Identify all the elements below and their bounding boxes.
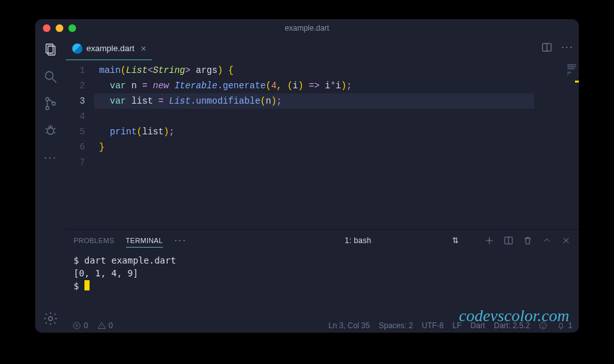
line-numbers: 1234567: [66, 63, 94, 226]
close-window-button[interactable]: [43, 24, 51, 32]
status-lang[interactable]: Dart: [471, 321, 485, 330]
new-terminal-icon[interactable]: [484, 235, 494, 246]
more-icon[interactable]: ···: [43, 150, 58, 165]
svg-rect-1: [48, 46, 55, 55]
close-tab-icon[interactable]: ×: [141, 44, 146, 54]
search-icon[interactable]: [43, 69, 58, 84]
window-title: example.dart: [35, 24, 579, 33]
status-spaces[interactable]: Spaces: 2: [379, 321, 413, 330]
kill-terminal-icon[interactable]: [523, 235, 533, 246]
svg-line-12: [54, 132, 56, 133]
minimap[interactable]: ████ ███ ████ █ ███ ████ ███ ███████: [534, 60, 579, 229]
svg-point-2: [45, 72, 53, 79]
source-control-icon[interactable]: [43, 96, 58, 111]
code-content: main(List<String> args) { var n = new It…: [94, 63, 534, 226]
svg-rect-0: [46, 44, 53, 53]
settings-gear-icon[interactable]: [43, 311, 58, 326]
titlebar: example.dart: [35, 19, 579, 37]
close-panel-icon[interactable]: [561, 235, 571, 246]
svg-point-30: [542, 325, 542, 326]
minimize-window-button[interactable]: [56, 24, 63, 32]
svg-line-13: [49, 126, 49, 128]
split-editor-icon[interactable]: [541, 42, 553, 56]
svg-point-7: [47, 128, 54, 134]
tab-problems[interactable]: PROBLEMS: [74, 234, 114, 247]
status-feedback-icon[interactable]: [539, 321, 547, 330]
maximize-panel-icon[interactable]: [542, 235, 552, 246]
status-lncol[interactable]: Ln 3, Col 35: [329, 321, 370, 330]
status-warnings[interactable]: 0: [97, 321, 113, 330]
status-errors[interactable]: 0: [72, 321, 88, 330]
svg-line-10: [54, 128, 56, 129]
status-eol[interactable]: LF: [453, 321, 462, 330]
debug-icon[interactable]: [43, 123, 58, 138]
editor-tabs: example.dart × ···: [66, 37, 579, 60]
svg-point-5: [46, 107, 49, 110]
status-notifications[interactable]: 1: [556, 321, 572, 330]
explorer-icon[interactable]: [43, 42, 58, 58]
svg-line-11: [45, 132, 47, 133]
panel-more-icon[interactable]: ···: [175, 235, 187, 246]
status-encoding[interactable]: UTF-8: [422, 321, 444, 330]
tab-example-dart[interactable]: example.dart ×: [66, 37, 152, 60]
tab-terminal[interactable]: TERMINAL: [126, 234, 163, 248]
code-editor[interactable]: 1234567 main(List<String> args) { var n …: [66, 60, 534, 229]
window-controls: [43, 24, 76, 32]
svg-line-14: [52, 126, 52, 128]
maximize-window-button[interactable]: [68, 24, 76, 32]
vscode-window: example.dart ··· example.dart ×: [35, 19, 579, 333]
status-bar: 0 0 Ln 3, Col 35 Spaces: 2 UTF-8 LF Dart…: [66, 319, 579, 333]
svg-point-4: [46, 98, 49, 101]
activity-bar: ···: [35, 37, 66, 333]
chevron-updown-icon: ⇅: [452, 236, 459, 245]
svg-point-31: [544, 325, 545, 326]
svg-line-3: [52, 79, 56, 83]
svg-point-15: [49, 317, 52, 320]
terminal-output[interactable]: $ dart example.dart[0, 1, 4, 9]$: [66, 251, 579, 319]
bottom-panel: PROBLEMS TERMINAL ··· 1: bash ⇅: [66, 229, 579, 319]
tab-label: example.dart: [86, 44, 134, 53]
terminal-select[interactable]: 1: bash ⇅: [341, 235, 462, 246]
editor-more-icon[interactable]: ···: [562, 42, 574, 56]
status-sdk[interactable]: Dart: 2.5.2: [494, 321, 530, 330]
svg-line-9: [45, 128, 47, 129]
dart-file-icon: [72, 44, 83, 54]
split-terminal-icon[interactable]: [503, 235, 514, 246]
svg-point-29: [540, 322, 547, 329]
